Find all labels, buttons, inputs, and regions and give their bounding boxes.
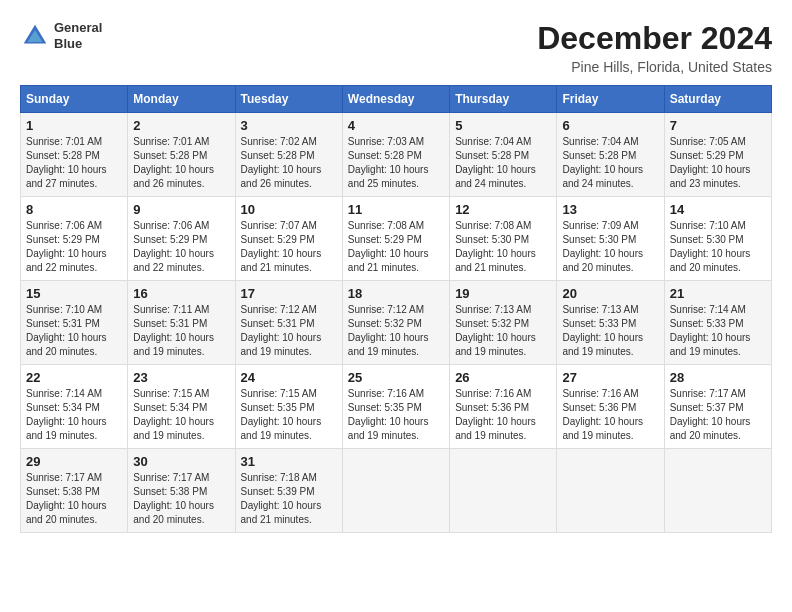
day-detail: Sunrise: 7:04 AMSunset: 5:28 PMDaylight:… xyxy=(455,135,551,191)
week-row-3: 22Sunrise: 7:14 AMSunset: 5:34 PMDayligh… xyxy=(21,365,772,449)
day-detail: Sunrise: 7:09 AMSunset: 5:30 PMDaylight:… xyxy=(562,219,658,275)
day-detail: Sunrise: 7:01 AMSunset: 5:28 PMDaylight:… xyxy=(26,135,122,191)
day-detail: Sunrise: 7:15 AMSunset: 5:34 PMDaylight:… xyxy=(133,387,229,443)
day-number: 9 xyxy=(133,202,229,217)
logo-line2: Blue xyxy=(54,36,102,52)
calendar-cell: 8Sunrise: 7:06 AMSunset: 5:29 PMDaylight… xyxy=(21,197,128,281)
day-number: 27 xyxy=(562,370,658,385)
day-detail: Sunrise: 7:08 AMSunset: 5:30 PMDaylight:… xyxy=(455,219,551,275)
calendar-cell xyxy=(664,449,771,533)
day-number: 16 xyxy=(133,286,229,301)
calendar-cell: 9Sunrise: 7:06 AMSunset: 5:29 PMDaylight… xyxy=(128,197,235,281)
day-number: 26 xyxy=(455,370,551,385)
day-detail: Sunrise: 7:02 AMSunset: 5:28 PMDaylight:… xyxy=(241,135,337,191)
day-detail: Sunrise: 7:10 AMSunset: 5:31 PMDaylight:… xyxy=(26,303,122,359)
day-number: 28 xyxy=(670,370,766,385)
calendar-cell: 24Sunrise: 7:15 AMSunset: 5:35 PMDayligh… xyxy=(235,365,342,449)
calendar-cell: 5Sunrise: 7:04 AMSunset: 5:28 PMDaylight… xyxy=(450,113,557,197)
day-detail: Sunrise: 7:16 AMSunset: 5:36 PMDaylight:… xyxy=(455,387,551,443)
calendar-cell: 6Sunrise: 7:04 AMSunset: 5:28 PMDaylight… xyxy=(557,113,664,197)
calendar-cell: 19Sunrise: 7:13 AMSunset: 5:32 PMDayligh… xyxy=(450,281,557,365)
header-saturday: Saturday xyxy=(664,86,771,113)
calendar-cell: 27Sunrise: 7:16 AMSunset: 5:36 PMDayligh… xyxy=(557,365,664,449)
calendar-cell: 31Sunrise: 7:18 AMSunset: 5:39 PMDayligh… xyxy=(235,449,342,533)
calendar-cell: 25Sunrise: 7:16 AMSunset: 5:35 PMDayligh… xyxy=(342,365,449,449)
week-row-4: 29Sunrise: 7:17 AMSunset: 5:38 PMDayligh… xyxy=(21,449,772,533)
day-number: 15 xyxy=(26,286,122,301)
day-detail: Sunrise: 7:16 AMSunset: 5:36 PMDaylight:… xyxy=(562,387,658,443)
day-detail: Sunrise: 7:12 AMSunset: 5:32 PMDaylight:… xyxy=(348,303,444,359)
day-detail: Sunrise: 7:05 AMSunset: 5:29 PMDaylight:… xyxy=(670,135,766,191)
calendar-cell: 3Sunrise: 7:02 AMSunset: 5:28 PMDaylight… xyxy=(235,113,342,197)
calendar-cell: 12Sunrise: 7:08 AMSunset: 5:30 PMDayligh… xyxy=(450,197,557,281)
calendar-cell xyxy=(450,449,557,533)
week-row-1: 8Sunrise: 7:06 AMSunset: 5:29 PMDaylight… xyxy=(21,197,772,281)
day-number: 5 xyxy=(455,118,551,133)
day-number: 14 xyxy=(670,202,766,217)
calendar-cell: 20Sunrise: 7:13 AMSunset: 5:33 PMDayligh… xyxy=(557,281,664,365)
calendar-header: SundayMondayTuesdayWednesdayThursdayFrid… xyxy=(21,86,772,113)
calendar-cell: 4Sunrise: 7:03 AMSunset: 5:28 PMDaylight… xyxy=(342,113,449,197)
calendar-cell: 7Sunrise: 7:05 AMSunset: 5:29 PMDaylight… xyxy=(664,113,771,197)
day-number: 3 xyxy=(241,118,337,133)
week-row-2: 15Sunrise: 7:10 AMSunset: 5:31 PMDayligh… xyxy=(21,281,772,365)
day-number: 24 xyxy=(241,370,337,385)
day-number: 2 xyxy=(133,118,229,133)
day-number: 31 xyxy=(241,454,337,469)
day-detail: Sunrise: 7:06 AMSunset: 5:29 PMDaylight:… xyxy=(26,219,122,275)
calendar-cell: 23Sunrise: 7:15 AMSunset: 5:34 PMDayligh… xyxy=(128,365,235,449)
day-number: 6 xyxy=(562,118,658,133)
day-detail: Sunrise: 7:16 AMSunset: 5:35 PMDaylight:… xyxy=(348,387,444,443)
day-detail: Sunrise: 7:14 AMSunset: 5:33 PMDaylight:… xyxy=(670,303,766,359)
day-detail: Sunrise: 7:13 AMSunset: 5:33 PMDaylight:… xyxy=(562,303,658,359)
header-friday: Friday xyxy=(557,86,664,113)
header-wednesday: Wednesday xyxy=(342,86,449,113)
day-detail: Sunrise: 7:17 AMSunset: 5:37 PMDaylight:… xyxy=(670,387,766,443)
header-tuesday: Tuesday xyxy=(235,86,342,113)
page-header: General Blue December 2024 Pine Hills, F… xyxy=(20,20,772,75)
day-number: 30 xyxy=(133,454,229,469)
day-number: 20 xyxy=(562,286,658,301)
logo-icon xyxy=(20,21,50,51)
calendar-cell: 22Sunrise: 7:14 AMSunset: 5:34 PMDayligh… xyxy=(21,365,128,449)
day-number: 1 xyxy=(26,118,122,133)
week-row-0: 1Sunrise: 7:01 AMSunset: 5:28 PMDaylight… xyxy=(21,113,772,197)
day-number: 8 xyxy=(26,202,122,217)
calendar-cell xyxy=(342,449,449,533)
calendar-cell: 26Sunrise: 7:16 AMSunset: 5:36 PMDayligh… xyxy=(450,365,557,449)
day-detail: Sunrise: 7:01 AMSunset: 5:28 PMDaylight:… xyxy=(133,135,229,191)
month-title: December 2024 xyxy=(537,20,772,57)
day-detail: Sunrise: 7:17 AMSunset: 5:38 PMDaylight:… xyxy=(26,471,122,527)
day-number: 25 xyxy=(348,370,444,385)
logo-line1: General xyxy=(54,20,102,36)
calendar-cell: 2Sunrise: 7:01 AMSunset: 5:28 PMDaylight… xyxy=(128,113,235,197)
calendar-cell: 18Sunrise: 7:12 AMSunset: 5:32 PMDayligh… xyxy=(342,281,449,365)
logo: General Blue xyxy=(20,20,102,51)
calendar-cell: 16Sunrise: 7:11 AMSunset: 5:31 PMDayligh… xyxy=(128,281,235,365)
day-number: 4 xyxy=(348,118,444,133)
day-detail: Sunrise: 7:14 AMSunset: 5:34 PMDaylight:… xyxy=(26,387,122,443)
day-detail: Sunrise: 7:18 AMSunset: 5:39 PMDaylight:… xyxy=(241,471,337,527)
day-number: 29 xyxy=(26,454,122,469)
header-thursday: Thursday xyxy=(450,86,557,113)
day-detail: Sunrise: 7:06 AMSunset: 5:29 PMDaylight:… xyxy=(133,219,229,275)
title-area: December 2024 Pine Hills, Florida, Unite… xyxy=(537,20,772,75)
day-detail: Sunrise: 7:07 AMSunset: 5:29 PMDaylight:… xyxy=(241,219,337,275)
calendar-cell: 14Sunrise: 7:10 AMSunset: 5:30 PMDayligh… xyxy=(664,197,771,281)
day-number: 7 xyxy=(670,118,766,133)
day-number: 11 xyxy=(348,202,444,217)
day-number: 17 xyxy=(241,286,337,301)
calendar-cell: 30Sunrise: 7:17 AMSunset: 5:38 PMDayligh… xyxy=(128,449,235,533)
header-sunday: Sunday xyxy=(21,86,128,113)
calendar-cell xyxy=(557,449,664,533)
calendar-cell: 11Sunrise: 7:08 AMSunset: 5:29 PMDayligh… xyxy=(342,197,449,281)
day-detail: Sunrise: 7:04 AMSunset: 5:28 PMDaylight:… xyxy=(562,135,658,191)
day-number: 12 xyxy=(455,202,551,217)
day-number: 18 xyxy=(348,286,444,301)
day-number: 13 xyxy=(562,202,658,217)
day-detail: Sunrise: 7:13 AMSunset: 5:32 PMDaylight:… xyxy=(455,303,551,359)
calendar-cell: 1Sunrise: 7:01 AMSunset: 5:28 PMDaylight… xyxy=(21,113,128,197)
calendar-cell: 17Sunrise: 7:12 AMSunset: 5:31 PMDayligh… xyxy=(235,281,342,365)
day-number: 19 xyxy=(455,286,551,301)
day-number: 10 xyxy=(241,202,337,217)
